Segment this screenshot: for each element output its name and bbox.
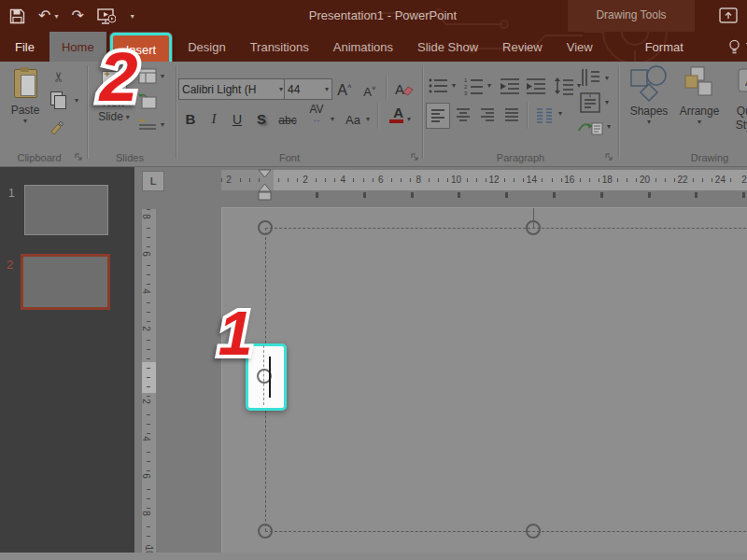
decrease-indent-icon[interactable] xyxy=(499,77,521,95)
strikethrough-button[interactable]: abc xyxy=(275,105,301,127)
small-separator xyxy=(527,103,528,129)
arrange-icon xyxy=(684,63,715,103)
indent-markers[interactable] xyxy=(256,169,274,203)
undo-dropdown-icon[interactable]: ▾ xyxy=(54,12,58,21)
tab-format[interactable]: Format xyxy=(633,32,696,62)
tab-file[interactable]: File xyxy=(0,32,49,62)
ruler-tick xyxy=(147,349,150,350)
customize-qat-icon[interactable]: ▾ xyxy=(131,12,134,21)
ruler-tick xyxy=(147,228,150,229)
selection-handle-top-left[interactable] xyxy=(258,220,273,235)
underline-glyph: U xyxy=(233,112,242,127)
underline-button[interactable]: U xyxy=(228,105,247,127)
section-icon[interactable] xyxy=(138,118,157,133)
align-text-dropdown-icon[interactable]: ▾ xyxy=(605,99,609,106)
paste-button[interactable]: Paste ▾ xyxy=(4,65,47,125)
ruler-tick xyxy=(693,178,694,182)
quick-styles-button[interactable]: A Quick Styles xyxy=(726,63,747,133)
slide-canvas[interactable] xyxy=(221,207,747,553)
increase-indent-icon[interactable] xyxy=(525,77,547,95)
convert-smartart-icon[interactable] xyxy=(577,116,603,136)
font-size-combo[interactable]: 44 ▾ xyxy=(284,78,332,100)
slide-2-thumbnail[interactable] xyxy=(21,254,110,310)
ruler-number: 2 xyxy=(741,175,747,185)
ruler-number: 6 xyxy=(142,473,151,479)
font-name-value: Calibri Light (H xyxy=(182,83,256,96)
tab-label: Animations xyxy=(333,40,393,54)
selection-handle-bottom-left[interactable] xyxy=(258,524,273,539)
save-icon[interactable] xyxy=(9,8,25,24)
undo-icon[interactable]: ↶ xyxy=(38,8,50,23)
change-case-dropdown-icon[interactable]: ▾ xyxy=(366,116,370,123)
tab-transitions[interactable]: Transitions xyxy=(238,32,321,62)
ruler-number: 24 xyxy=(715,175,726,185)
tab-home[interactable]: Home xyxy=(49,32,106,62)
line-spacing-icon[interactable] xyxy=(553,77,575,95)
italic-button[interactable]: I xyxy=(205,105,222,127)
text-direction-icon[interactable] xyxy=(579,67,601,88)
tab-tell-m[interactable]: Tell m xyxy=(716,32,747,62)
tab-design[interactable]: Design xyxy=(176,32,237,62)
ribbon: Paste ▾ ✂ ▾ Clipboard New Slide ▾ ▾ xyxy=(0,62,747,167)
clipboard-dialog-launcher-icon[interactable] xyxy=(75,153,84,162)
bullets-dropdown-icon[interactable]: ▾ xyxy=(452,82,456,90)
ruler-number: 10 xyxy=(451,175,461,185)
copy-icon[interactable] xyxy=(50,91,63,105)
ribbon-display-options-icon[interactable] xyxy=(719,7,738,23)
font-dialog-launcher-icon[interactable] xyxy=(411,153,420,162)
format-painter-icon[interactable] xyxy=(49,118,65,134)
change-case-button[interactable]: Aa xyxy=(342,105,364,127)
align-text-icon[interactable] xyxy=(579,91,601,114)
bullets-icon[interactable] xyxy=(428,77,450,95)
justify-button[interactable] xyxy=(500,103,523,127)
slide-layout-icon[interactable] xyxy=(138,68,157,84)
tab-animations[interactable]: Animations xyxy=(321,32,405,62)
font-color-glyph: A xyxy=(393,105,403,119)
text-shadow-button[interactable]: S xyxy=(252,105,271,127)
slide-1-thumbnail[interactable] xyxy=(24,185,108,235)
tab-slide-show[interactable]: Slide Show xyxy=(405,32,490,62)
paragraph-dialog-launcher-icon[interactable] xyxy=(605,153,614,162)
ruler-tick xyxy=(636,178,637,182)
arrange-label: Arrange xyxy=(680,105,720,119)
align-left-button[interactable] xyxy=(426,103,450,129)
arrange-button[interactable]: Arrange ▾ xyxy=(676,63,723,126)
copy-dropdown-icon[interactable]: ▾ xyxy=(75,97,78,105)
text-direction-dropdown-icon[interactable]: ▾ xyxy=(605,75,609,82)
group-separator xyxy=(618,65,619,159)
tab-selector-button[interactable]: L xyxy=(142,171,164,191)
columns-dropdown-icon[interactable]: ▾ xyxy=(558,110,562,118)
shapes-button[interactable]: Shapes ▾ xyxy=(624,63,674,126)
ruler-tick xyxy=(504,178,505,182)
cut-icon[interactable]: ✂ xyxy=(49,66,68,87)
numbering-dropdown-icon[interactable]: ▾ xyxy=(487,82,491,90)
numbering-icon[interactable]: 123 xyxy=(463,77,486,95)
redo-icon[interactable]: ↷ xyxy=(71,8,83,23)
reset-slide-icon[interactable] xyxy=(138,92,157,109)
tab-review[interactable]: Review xyxy=(490,32,555,62)
columns-icon[interactable] xyxy=(532,103,557,127)
char-spacing-dropdown-icon[interactable]: ▾ xyxy=(331,116,334,123)
start-slideshow-icon[interactable] xyxy=(97,8,116,24)
selection-handle-top-middle[interactable] xyxy=(526,220,541,235)
new-slide-icon xyxy=(102,71,127,91)
grow-font-button[interactable]: A˄ xyxy=(333,77,356,99)
ruler-tick xyxy=(599,178,599,182)
font-color-dropdown-icon[interactable]: ▾ xyxy=(407,116,411,123)
layout-dropdown-icon[interactable]: ▾ xyxy=(161,73,164,80)
font-color-button[interactable]: A xyxy=(383,103,403,125)
shrink-font-button[interactable]: A˅ xyxy=(359,77,380,99)
section-dropdown-icon[interactable]: ▾ xyxy=(161,121,164,129)
bold-button[interactable]: B xyxy=(181,105,200,127)
ruler-tick xyxy=(147,545,150,546)
tab-insert[interactable]: Insert xyxy=(110,33,173,62)
align-center-button[interactable] xyxy=(452,103,474,127)
character-spacing-button[interactable]: AV ↔ xyxy=(304,101,329,123)
clear-formatting-button[interactable]: A xyxy=(391,75,417,97)
align-right-button[interactable] xyxy=(476,103,499,127)
smartart-dropdown-icon[interactable]: ▾ xyxy=(607,123,611,131)
selection-handle-bottom-middle[interactable] xyxy=(526,524,541,539)
font-name-combo[interactable]: Calibri Light (H ▾ xyxy=(178,78,287,100)
tab-view[interactable]: View xyxy=(555,32,605,62)
new-slide-button[interactable]: New Slide ▾ xyxy=(90,65,138,124)
